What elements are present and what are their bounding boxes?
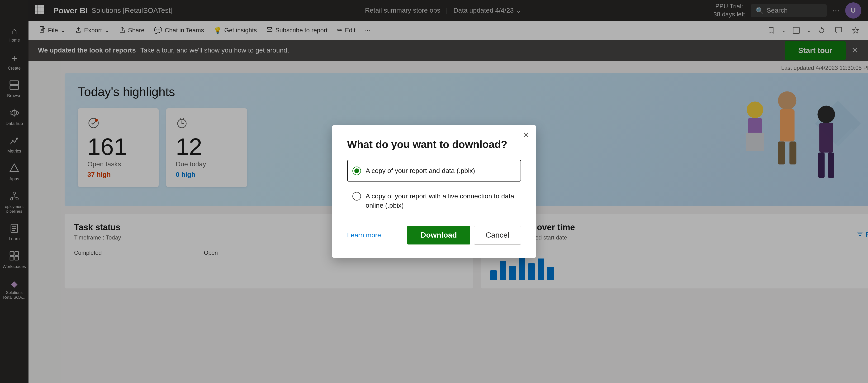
modal-close-button[interactable]: ✕ — [523, 131, 530, 140]
cancel-button[interactable]: Cancel — [474, 226, 521, 244]
modal-option-2-label: A copy of your report with a live connec… — [366, 192, 516, 210]
download-modal: What do you want to download? ✕ A copy o… — [332, 125, 536, 258]
modal-overlay: What do you want to download? ✕ A copy o… — [0, 0, 868, 383]
learn-more-link[interactable]: Learn more — [347, 231, 381, 239]
download-button[interactable]: Download — [407, 226, 470, 244]
modal-option-2[interactable]: A copy of your report with a live connec… — [347, 185, 521, 216]
modal-buttons: Download Cancel — [407, 226, 521, 244]
modal-option-1-label: A copy of your report and data (.pbix) — [366, 166, 475, 175]
radio-option-2 — [352, 192, 361, 201]
modal-option-1[interactable]: A copy of your report and data (.pbix) — [347, 160, 521, 181]
modal-title: What do you want to download? — [347, 139, 521, 150]
modal-footer: Learn more Download Cancel — [347, 226, 521, 244]
radio-inner-1 — [354, 169, 359, 173]
radio-option-1 — [352, 167, 361, 175]
